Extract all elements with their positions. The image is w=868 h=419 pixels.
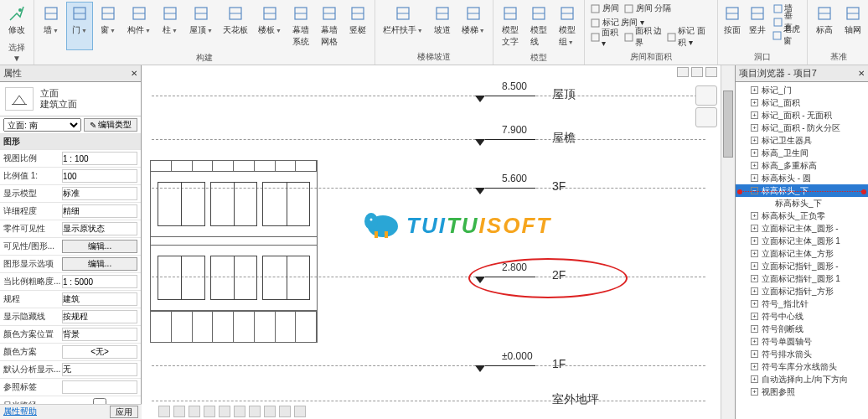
tree-item[interactable]: +标高_多重标高 [736, 159, 868, 172]
ramp-button[interactable]: 坡道 [429, 2, 456, 49]
instance-selector[interactable]: 立面: 南 [3, 118, 81, 132]
window-button[interactable]: 窗▼ [95, 2, 121, 50]
scale-icon[interactable] [158, 406, 170, 417]
level-elevation-value[interactable]: 8.500 [502, 80, 527, 92]
level-elevation-value[interactable]: ±0.000 [502, 350, 533, 362]
property-value-input[interactable] [62, 187, 137, 200]
level-name-label[interactable]: 3F [552, 179, 566, 193]
expand-icon[interactable]: + [751, 363, 758, 370]
property-value-input[interactable] [62, 328, 137, 341]
tree-item[interactable]: +立面标记指针_圆形 1 [736, 272, 868, 285]
sun-path-icon[interactable] [204, 406, 215, 417]
tree-item[interactable]: +标高标头_正负零 [736, 210, 868, 222]
shaft-button[interactable]: 竖井 [746, 2, 768, 49]
property-value-input[interactable] [62, 363, 137, 376]
modify-button[interactable]: 修改 [3, 2, 30, 40]
level-line[interactable] [152, 365, 705, 366]
reveal-icon[interactable] [294, 406, 306, 417]
expand-icon[interactable]: + [751, 174, 758, 182]
expand-icon[interactable]: + [751, 137, 758, 144]
grid-button[interactable]: 轴网 [840, 2, 866, 49]
room-sep-button[interactable]: 房间 分隔 [622, 2, 674, 15]
expand-icon[interactable]: + [751, 237, 758, 245]
expand-icon[interactable]: + [751, 338, 758, 345]
shadows-icon[interactable] [219, 406, 230, 417]
tree-item[interactable]: +立面标记主体_圆形 1 [736, 235, 868, 247]
property-value-input[interactable] [62, 310, 137, 323]
door-button[interactable]: 门▼ [66, 2, 93, 50]
tree-item[interactable]: +立面标记指针_方形 [736, 285, 868, 297]
railing-button[interactable]: 栏杆扶手▼ [379, 2, 427, 49]
tree-item[interactable]: +标高_卫生间 [736, 147, 868, 159]
tree-item[interactable]: +符号剖断线 [736, 323, 868, 335]
curtain-sys-button[interactable]: 幕墙系统 [287, 2, 314, 50]
tree-item[interactable]: +标记_面积 - 防火分区 [736, 122, 868, 134]
tree-item[interactable]: +自动选择向上/向下方向 [736, 373, 868, 385]
level-name-label[interactable]: 屋顶 [552, 87, 576, 102]
roof-button[interactable]: 屋顶▼ [185, 2, 217, 50]
level-line[interactable] [152, 401, 705, 401]
expand-icon[interactable]: + [751, 313, 758, 320]
expand-icon[interactable]: + [751, 375, 758, 383]
tree-item[interactable]: −标高标头_下 [736, 184, 868, 197]
tree-item[interactable]: +符号车库分水线箭头 [736, 360, 868, 373]
component-button[interactable]: 构件▼ [123, 2, 155, 50]
expand-icon[interactable]: + [751, 124, 758, 132]
tree-item[interactable]: +标记_面积 - 无面积 [736, 109, 868, 122]
expand-icon[interactable]: + [751, 287, 758, 295]
area-button[interactable]: 面积 ▾ [588, 30, 622, 44]
area-bound-button[interactable]: 面积 边界 [622, 30, 665, 44]
type-selector[interactable]: 立面建筑立面 [0, 82, 141, 116]
expand-icon[interactable]: + [751, 275, 758, 282]
level-line[interactable] [152, 96, 705, 96]
tree-item[interactable]: +立面标记主体_方形 [736, 247, 868, 260]
expand-icon[interactable]: + [751, 325, 758, 333]
crop-region-icon[interactable] [249, 406, 261, 417]
curtain-grid-button[interactable]: 幕墙网格 [316, 2, 343, 50]
tree-item[interactable]: +立面标记主体_圆形 - [736, 222, 868, 235]
stair-button[interactable]: 楼梯▼ [457, 2, 489, 49]
dormer-button[interactable]: 老虎窗 [770, 28, 803, 42]
temp-hide-icon[interactable] [279, 406, 291, 417]
group-graphics[interactable]: 图形 [0, 134, 141, 150]
level-name-label[interactable]: 1F [552, 357, 566, 370]
detail-icon[interactable] [173, 406, 185, 417]
property-value-input[interactable] [62, 345, 137, 359]
edit-button[interactable]: 编辑... [62, 240, 137, 253]
tree-item[interactable]: +标记卫生器具 [736, 134, 868, 147]
lock-icon[interactable] [264, 406, 276, 417]
expand-icon[interactable]: + [751, 99, 758, 106]
tree-item[interactable]: +标高标头 - 圆 [736, 172, 868, 184]
room-button[interactable]: 房间 [588, 2, 622, 15]
property-value-input[interactable] [62, 169, 137, 183]
expand-icon[interactable]: + [751, 225, 758, 232]
project-tree[interactable]: +标记_门+标记_面积+标记_面积 - 无面积+标记_面积 - 防火分区+标记卫… [736, 82, 868, 419]
drawing-canvas[interactable]: 8.500屋顶7.900屋檐5.6003F2.8002F±0.0001F室外地坪… [142, 65, 721, 419]
tree-item[interactable]: +视图参照 [736, 385, 868, 398]
level-name-label[interactable]: 室外地坪 [552, 392, 599, 407]
select-dropdown[interactable]: 选择 ▼ [3, 40, 30, 65]
apply-button[interactable]: 应用 [110, 406, 138, 418]
property-value-input[interactable] [62, 275, 137, 288]
expand-icon[interactable]: + [751, 111, 758, 119]
level-elevation-value[interactable]: 5.600 [502, 173, 527, 184]
floor-button[interactable]: 楼板▼ [254, 2, 286, 50]
nav-wheel-icon[interactable] [695, 85, 717, 106]
expand-icon[interactable]: + [751, 212, 758, 220]
expand-icon[interactable]: + [751, 350, 758, 358]
expand-icon[interactable]: + [751, 262, 758, 270]
crop-icon[interactable] [234, 406, 245, 417]
model-group-button[interactable]: 模型组▼ [554, 2, 581, 50]
property-value-input[interactable] [62, 222, 137, 235]
property-value-input[interactable] [62, 152, 137, 165]
tree-item[interactable]: +符号单圆轴号 [736, 335, 868, 348]
edit-button[interactable]: 编辑... [62, 257, 137, 271]
expand-icon[interactable]: + [751, 149, 758, 157]
tree-item[interactable]: +符号中心线 [736, 310, 868, 323]
level-name-label[interactable]: 屋檐 [552, 131, 576, 146]
close-icon[interactable]: ✕ [858, 69, 865, 78]
expand-icon[interactable]: + [751, 162, 758, 169]
tree-item[interactable]: 标高标头_下 [736, 197, 868, 210]
by-face-button[interactable]: 按面 [721, 2, 744, 49]
level-elevation-value[interactable]: 7.900 [502, 124, 527, 136]
